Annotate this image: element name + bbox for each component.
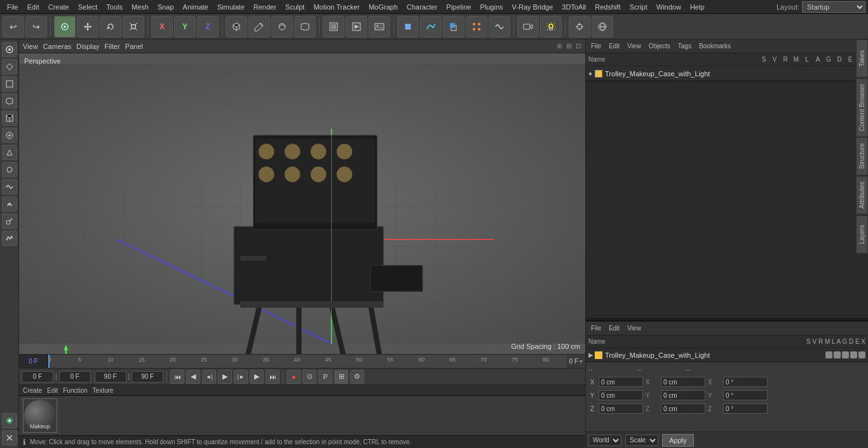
sidebar-btn-1[interactable] <box>2 42 17 57</box>
menu-file[interactable]: File <box>3 2 23 12</box>
vp-view[interactable]: View <box>23 43 38 50</box>
keyframe-button[interactable]: P <box>318 370 332 384</box>
redo-button[interactable]: ↪ <box>25 16 47 37</box>
menu-help[interactable]: Help <box>686 2 709 12</box>
vp-icon-3[interactable]: ⊡ <box>576 42 581 50</box>
cube-prim-button[interactable] <box>397 16 419 37</box>
vp-panel[interactable]: Panel <box>125 43 143 50</box>
z-rot-input[interactable] <box>723 404 768 414</box>
goto-first-button[interactable]: ⏮ <box>170 370 184 384</box>
material-thumbnail[interactable]: Makeup <box>23 398 57 433</box>
cube-button[interactable] <box>226 16 247 37</box>
sidebar-btn-5[interactable] <box>2 111 17 126</box>
record-button[interactable]: ● <box>287 370 301 384</box>
menu-create[interactable]: Create <box>44 2 74 12</box>
sidebar-btn-12[interactable] <box>2 231 17 246</box>
vp-cameras[interactable]: Cameras <box>43 43 72 50</box>
menu-select[interactable]: Select <box>74 2 102 12</box>
menu-pipeline[interactable]: Pipeline <box>442 2 475 12</box>
viewport-3d[interactable]: Perspective Grid Spacing : 100 cm <box>19 53 585 354</box>
scale-button[interactable] <box>123 16 144 37</box>
spline-button[interactable] <box>420 16 442 37</box>
render-region-button[interactable] <box>323 16 344 37</box>
obj-objects[interactable]: Objects <box>646 42 673 50</box>
rotate-button[interactable] <box>100 16 121 37</box>
sidebar-btn-10[interactable] <box>2 196 17 212</box>
sidebar-btn-14[interactable] <box>2 430 17 445</box>
prev-frame-button[interactable]: ◀ <box>186 370 200 384</box>
sidebar-btn-8[interactable] <box>2 162 17 177</box>
takes-tab[interactable]: Takes <box>856 39 868 78</box>
obj-edit[interactable]: Edit <box>606 42 622 50</box>
auto-key-button[interactable]: ⊙ <box>302 370 316 384</box>
x-pos-input[interactable] <box>599 377 643 387</box>
sidebar-btn-4[interactable] <box>2 93 17 109</box>
vp-display[interactable]: Display <box>76 43 99 50</box>
x-rot-input[interactable] <box>723 377 768 387</box>
menu-motion-tracker[interactable]: Motion Tracker <box>309 2 364 12</box>
menu-animate[interactable]: Animate <box>179 2 213 12</box>
bottom-obj-row[interactable]: ▶ Trolley_Makeup_Case_with_Light <box>586 348 868 362</box>
menu-mesh[interactable]: Mesh <box>127 2 153 12</box>
obj-view[interactable]: View <box>625 42 644 50</box>
menu-mograph[interactable]: MoGraph <box>364 2 402 12</box>
menu-edit[interactable]: Edit <box>23 2 44 12</box>
content-browser-tab[interactable]: Content Browser <box>856 78 868 137</box>
vp-icon-2[interactable]: ⊞ <box>566 42 572 50</box>
layers-tab[interactable]: Layers <box>856 215 868 254</box>
menu-plugins[interactable]: Plugins <box>475 2 507 12</box>
render-anim-button[interactable] <box>346 16 367 37</box>
menu-snap[interactable]: Snap <box>153 2 179 12</box>
obj-bookmarks[interactable]: Bookmarks <box>696 42 733 50</box>
live-select-button[interactable] <box>54 16 76 37</box>
menu-script[interactable]: Script <box>625 2 652 12</box>
bot-edit[interactable]: Edit <box>606 324 622 332</box>
menu-3dtoall[interactable]: 3DToAll <box>557 2 590 12</box>
deformer-button[interactable] <box>294 16 316 37</box>
prev-key-button[interactable]: ◄| <box>202 370 216 384</box>
render-pic-button[interactable] <box>369 16 390 37</box>
obj-tags[interactable]: Tags <box>675 42 694 50</box>
next-frame-button[interactable]: ▶ <box>250 370 264 384</box>
menu-vray[interactable]: V-Ray Bridge <box>508 2 558 12</box>
menu-sculpt[interactable]: Sculpt <box>281 2 309 12</box>
obj-file[interactable]: File <box>588 42 604 50</box>
extrude-button[interactable] <box>443 16 465 37</box>
light-button[interactable] <box>540 16 562 37</box>
bot-view[interactable]: View <box>625 324 644 332</box>
sidebar-btn-7[interactable] <box>2 145 17 160</box>
y-axis-button[interactable]: Y <box>174 16 196 37</box>
mat-create[interactable]: Create <box>23 387 42 394</box>
menu-redshift[interactable]: Redshift <box>590 2 625 12</box>
mat-function[interactable]: Function <box>63 387 87 394</box>
sidebar-btn-9[interactable] <box>2 179 17 194</box>
menu-tools[interactable]: Tools <box>102 2 127 12</box>
menu-character[interactable]: Character <box>402 2 442 12</box>
undo-button[interactable]: ↩ <box>3 16 24 37</box>
mograph-button[interactable] <box>466 16 487 37</box>
anim-current-input[interactable] <box>59 371 91 383</box>
z-pos-input[interactable] <box>599 404 643 414</box>
y-pos-input[interactable] <box>599 390 643 400</box>
menu-simulate[interactable]: Simulate <box>213 2 249 12</box>
timeline-track[interactable]: 0 5 10 15 20 25 30 35 40 45 50 55 60 65 … <box>48 355 567 368</box>
deform-button[interactable] <box>489 16 510 37</box>
mat-edit[interactable]: Edit <box>47 387 58 394</box>
menu-render[interactable]: Render <box>249 2 281 12</box>
mat-texture[interactable]: Texture <box>93 387 114 394</box>
x-size-input[interactable] <box>661 377 705 387</box>
structure-tab[interactable]: Structure <box>856 137 868 175</box>
menu-window[interactable]: Window <box>652 2 686 12</box>
scale-select[interactable]: Scale <box>625 435 658 446</box>
attributes-tab[interactable]: Attributes <box>856 176 868 214</box>
apply-button[interactable]: Apply <box>662 434 694 447</box>
sidebar-btn-6[interactable] <box>2 128 17 143</box>
sidebar-btn-13[interactable] <box>2 413 17 428</box>
camera-button[interactable] <box>517 16 539 37</box>
bot-file[interactable]: File <box>588 324 604 332</box>
sidebar-btn-3[interactable] <box>2 76 17 92</box>
z-size-input[interactable] <box>661 404 705 414</box>
anim-settings-button[interactable]: ⚙ <box>350 370 364 384</box>
sidebar-btn-2[interactable] <box>2 59 17 74</box>
pen-button[interactable] <box>248 16 270 37</box>
